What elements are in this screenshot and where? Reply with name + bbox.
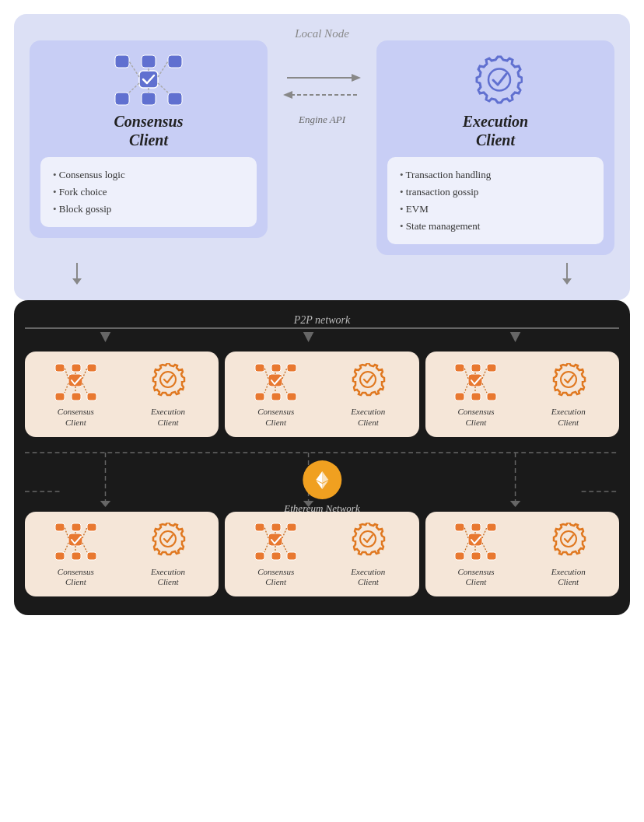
svg-rect-80 [87, 523, 96, 531]
svg-rect-3 [168, 55, 182, 68]
svg-point-49 [360, 372, 376, 387]
mini-execution-label-2: ExecutionClient [351, 407, 385, 427]
svg-rect-54 [455, 393, 464, 401]
svg-rect-42 [287, 393, 296, 401]
svg-marker-16 [283, 91, 292, 99]
svg-line-100 [282, 527, 287, 538]
svg-rect-41 [271, 393, 281, 401]
mini-consensus-5: ConsensusClient [233, 521, 319, 587]
mini-execution-3: ExecutionClient [525, 361, 611, 427]
svg-line-98 [264, 527, 268, 538]
local-node-label: Local Node [295, 26, 349, 40]
mini-consensus-label-6: ConsensusClient [457, 567, 494, 587]
mini-consensus-icon-4 [52, 521, 99, 564]
svg-rect-83 [87, 552, 96, 560]
mini-execution-icon-4 [145, 521, 191, 564]
svg-rect-27 [72, 393, 81, 401]
svg-rect-93 [271, 523, 281, 531]
svg-line-101 [264, 543, 268, 552]
svg-marker-14 [352, 74, 361, 82]
bottom-node-grid: ConsensusClient ExecutionClient [25, 512, 619, 596]
svg-rect-82 [72, 552, 81, 560]
left-arrow-down [72, 263, 82, 285]
svg-rect-111 [487, 552, 496, 560]
svg-line-117 [482, 543, 487, 552]
svg-rect-26 [55, 393, 65, 401]
right-arrow-down [562, 263, 572, 285]
svg-line-31 [82, 368, 87, 379]
svg-rect-79 [72, 523, 81, 531]
top-node-grid: ConsensusClient ExecutionClient [25, 352, 619, 436]
svg-line-9 [158, 61, 168, 77]
down-arrows-top [30, 263, 614, 285]
feature-evm: EVM [398, 201, 593, 218]
svg-point-63 [561, 372, 576, 387]
mini-consensus-icon-6 [453, 521, 499, 564]
svg-line-34 [82, 383, 87, 393]
mini-execution-icon-5 [345, 521, 391, 564]
node-group-6: ConsensusClient ExecutionClient [425, 512, 619, 596]
mini-execution-label-1: ExecutionClient [151, 407, 185, 427]
svg-line-87 [65, 543, 68, 552]
svg-line-89 [82, 543, 87, 552]
feature-fork-choice: Fork choice [51, 184, 246, 201]
clients-row: ConsensusClient Consensus logic Fork cho… [30, 40, 614, 255]
engine-api-arrow: Engine API [275, 40, 369, 126]
mini-execution-4: ExecutionClient [125, 521, 212, 587]
mini-consensus-2: ConsensusClient [233, 361, 319, 427]
mini-consensus-label-1: ConsensusClient [58, 407, 94, 427]
svg-line-84 [65, 527, 68, 538]
svg-marker-68 [100, 501, 111, 507]
ethereum-network-label: Ethereum Network [284, 502, 359, 515]
mini-execution-label-4: ExecutionClient [151, 567, 185, 587]
svg-rect-25 [87, 364, 96, 372]
svg-line-12 [158, 83, 168, 93]
local-node-section: Local Node [14, 14, 630, 300]
svg-line-48 [282, 383, 287, 393]
main-container: Local Node [0, 0, 644, 822]
mini-execution-icon-2 [345, 361, 391, 404]
engine-api-label: Engine API [299, 114, 345, 126]
svg-rect-36 [268, 374, 282, 387]
svg-point-118 [561, 531, 576, 547]
svg-rect-2 [142, 55, 156, 68]
svg-marker-70 [510, 501, 521, 507]
svg-rect-53 [487, 364, 496, 372]
p2p-bar: P2P network [25, 313, 619, 344]
mini-execution-label-5: ExecutionClient [351, 567, 385, 587]
svg-line-57 [464, 368, 468, 379]
svg-line-103 [282, 543, 287, 552]
node-group-3: ConsensusClient ExecutionClient [425, 352, 619, 436]
svg-point-104 [360, 531, 376, 547]
svg-line-112 [464, 527, 468, 538]
svg-rect-94 [287, 523, 296, 531]
mini-consensus-3: ConsensusClient [433, 361, 520, 427]
mini-consensus-1: ConsensusClient [33, 361, 119, 427]
node-group-5: ConsensusClient ExecutionClient [225, 512, 418, 596]
svg-line-46 [264, 383, 268, 393]
mini-execution-icon-1 [145, 361, 191, 404]
svg-line-86 [82, 527, 87, 538]
svg-rect-24 [72, 364, 81, 372]
mini-consensus-icon-5 [253, 521, 299, 564]
svg-rect-106 [455, 523, 464, 531]
consensus-features: Consensus logic Fork choice Block gossip [40, 157, 257, 227]
svg-rect-39 [287, 364, 296, 372]
mini-consensus-label-4: ConsensusClient [58, 567, 94, 587]
svg-line-45 [282, 368, 287, 379]
svg-point-17 [488, 69, 510, 91]
svg-rect-91 [268, 533, 282, 546]
svg-marker-19 [100, 332, 111, 342]
consensus-client-title: ConsensusClient [114, 112, 184, 149]
node-group-2: ConsensusClient ExecutionClient [225, 352, 418, 436]
svg-rect-38 [271, 364, 281, 372]
svg-line-43 [264, 368, 268, 379]
svg-line-62 [482, 383, 487, 393]
svg-rect-40 [255, 393, 264, 401]
svg-rect-77 [68, 533, 82, 546]
mini-consensus-4: ConsensusClient [33, 521, 119, 587]
mini-consensus-6: ConsensusClient [433, 521, 520, 587]
node-group-1: ConsensusClient ExecutionClient [25, 352, 219, 436]
svg-rect-108 [487, 523, 496, 531]
svg-rect-81 [55, 552, 65, 560]
